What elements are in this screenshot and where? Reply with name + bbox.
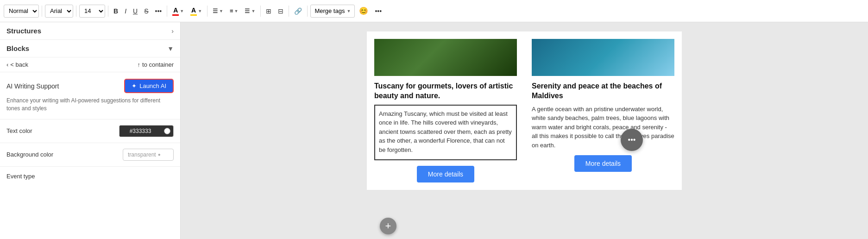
email-container: Tuscany for gourmets, lovers of artistic… — [367, 31, 682, 190]
size-select[interactable]: 14 — [79, 5, 105, 18]
align-button[interactable]: ☰ ▼ — [210, 5, 226, 18]
indent2-button[interactable]: ⊟ — [276, 5, 286, 18]
indent-icon: ☰ — [245, 7, 250, 14]
text-color-row: Text color #333333 — [0, 120, 180, 143]
back-label: < back — [10, 61, 28, 68]
tuscany-more-details-button[interactable]: More details — [417, 166, 474, 182]
chat-bubble-icon: ••• — [628, 136, 636, 144]
bg-color-label: Background color — [6, 151, 53, 158]
launch-ai-label: Launch AI — [139, 82, 166, 89]
bold-button[interactable]: B — [111, 5, 120, 18]
content-area: Tuscany for gourmets, lovers of artistic… — [181, 22, 868, 239]
chat-bubble[interactable]: ••• — [621, 129, 643, 151]
divider-8 — [307, 6, 308, 17]
bg-color-dot-icon: ● — [158, 152, 161, 157]
strikethrough-button[interactable]: S — [142, 5, 151, 18]
outdent-button[interactable]: ⊞ — [264, 5, 274, 18]
bg-color-row: Background color transparent ● — [0, 143, 180, 167]
two-col-layout: Tuscany for gourmets, lovers of artistic… — [367, 31, 682, 190]
structures-title: Structures — [6, 27, 41, 35]
add-button[interactable]: + — [380, 218, 396, 234]
structures-header: Structures › — [0, 22, 180, 40]
event-type-row: Event type — [0, 167, 180, 185]
list-icon: ≡ — [230, 7, 233, 14]
text-color-dot-icon — [164, 128, 170, 134]
nav-row: ‹ < back ↑ to container — [0, 57, 180, 72]
main-layout: Structures › Blocks ▼ ‹ < back ↑ to cont… — [0, 22, 868, 239]
merge-tags-label: Merge tags — [314, 7, 345, 14]
text-color-input[interactable]: #333333 — [119, 125, 174, 137]
tuscany-column: Tuscany for gourmets, lovers of artistic… — [367, 31, 524, 190]
tuscany-body-selected[interactable]: Amazing Tuscany, which must be visited a… — [374, 105, 517, 160]
to-container-label: to container — [142, 61, 174, 68]
event-type-label: Event type — [6, 173, 35, 180]
divider-4 — [167, 6, 167, 17]
merge-tags-button[interactable]: Merge tags ▼ — [310, 5, 355, 18]
maldives-more-details-button[interactable]: More details — [574, 155, 632, 172]
to-container-button[interactable]: ↑ to container — [138, 61, 174, 68]
bg-color-button[interactable]: A ▼ — [188, 5, 204, 18]
divider-3 — [108, 6, 108, 17]
toolbar: Normal Arial 14 B I U S ••• A ▼ A ▼ ☰ ▼ … — [0, 0, 868, 22]
back-button[interactable]: ‹ < back — [6, 61, 28, 68]
divider-5 — [207, 6, 208, 17]
maldives-title: Serenity and peace at the beaches of Mal… — [532, 82, 674, 101]
divider-7 — [289, 6, 289, 17]
indent-chevron: ▼ — [251, 9, 255, 13]
emoji-button[interactable]: 😊 — [357, 5, 371, 18]
list-button[interactable]: ≡ ▼ — [227, 5, 241, 18]
align-icon: ☰ — [213, 7, 218, 14]
bg-color-chevron: ▼ — [198, 9, 202, 13]
back-chevron-icon: ‹ — [6, 61, 8, 68]
style-select[interactable]: Normal — [4, 5, 39, 18]
align-chevron: ▼ — [219, 9, 223, 13]
ai-description: Enhance your writing with AI-powered sug… — [6, 97, 174, 113]
blocks-title: Blocks — [6, 44, 29, 52]
maldives-image — [532, 39, 674, 76]
divider-2 — [76, 6, 76, 17]
maldives-column: Serenity and peace at the beaches of Mal… — [524, 31, 682, 190]
ai-star-icon: ✦ — [132, 82, 137, 89]
font-color-a-icon: A — [172, 6, 179, 16]
more-format-button[interactable]: ••• — [152, 5, 164, 18]
text-color-label: Text color — [6, 127, 32, 134]
font-color-chevron: ▼ — [180, 9, 184, 13]
link-button[interactable]: 🔗 — [292, 5, 304, 18]
bg-color-a-icon: A — [190, 6, 197, 16]
bg-color-input[interactable]: transparent ● — [123, 149, 174, 161]
tuscany-image — [374, 39, 517, 76]
divider-6 — [260, 6, 261, 17]
indent-button[interactable]: ☰ ▼ — [242, 5, 258, 18]
font-select[interactable]: Arial — [45, 5, 73, 18]
text-color-value: #333333 — [120, 126, 161, 137]
bg-color-placeholder: transparent — [128, 151, 156, 158]
left-panel: Structures › Blocks ▼ ‹ < back ↑ to cont… — [0, 22, 181, 239]
blocks-header: Blocks ▼ — [0, 40, 180, 57]
up-arrow-icon: ↑ — [138, 61, 141, 68]
add-icon: + — [385, 220, 391, 232]
italic-button[interactable]: I — [122, 5, 129, 18]
merge-tags-chevron: ▼ — [346, 9, 351, 13]
maldives-body: A gentle ocean with an pristine underwat… — [532, 105, 674, 150]
ai-row: AI Writing Support ✦ Launch AI — [6, 79, 174, 93]
ai-writing-label: AI Writing Support — [6, 82, 59, 90]
underline-button[interactable]: U — [131, 5, 140, 18]
ai-section: AI Writing Support ✦ Launch AI Enhance y… — [0, 72, 180, 120]
list-chevron: ▼ — [234, 9, 239, 13]
divider-1 — [42, 6, 42, 17]
blocks-chevron-icon[interactable]: ▼ — [167, 45, 174, 52]
launch-ai-button[interactable]: ✦ Launch AI — [124, 79, 174, 93]
tuscany-title: Tuscany for gourmets, lovers of artistic… — [374, 82, 517, 101]
font-color-button[interactable]: A ▼ — [170, 5, 186, 18]
structures-chevron-icon[interactable]: › — [171, 27, 174, 35]
extra-options-button[interactable]: ••• — [372, 5, 384, 18]
